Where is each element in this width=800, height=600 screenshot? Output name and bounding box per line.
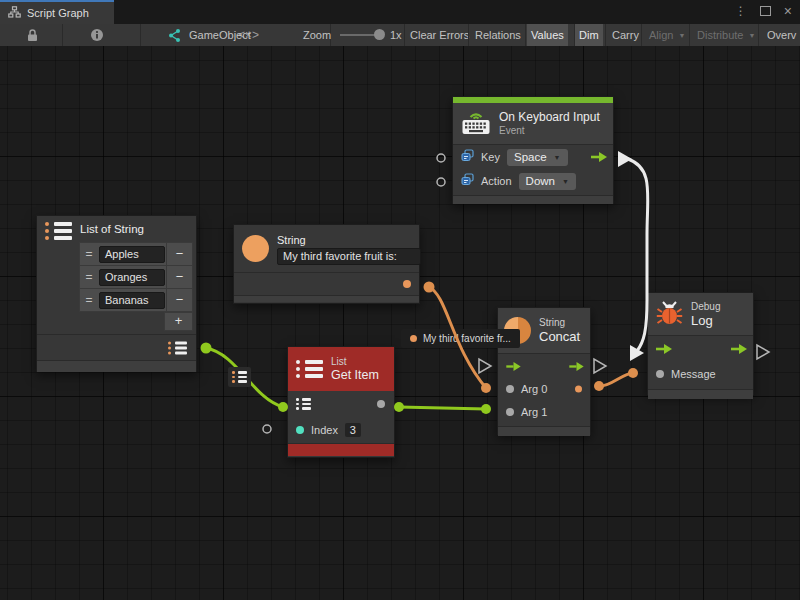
index-value-input[interactable]: 3 bbox=[345, 423, 361, 437]
index-label: Index bbox=[311, 424, 338, 436]
list-item-input[interactable]: Oranges bbox=[99, 269, 165, 286]
chevron-down-icon: ▼ bbox=[678, 32, 685, 39]
node-title: String bbox=[277, 233, 421, 247]
relations-button[interactable]: Relations bbox=[471, 24, 525, 46]
lock-icon[interactable] bbox=[26, 24, 39, 46]
window-menu-icon[interactable]: ⋮ bbox=[735, 4, 747, 18]
item-output-port[interactable] bbox=[377, 400, 385, 408]
node-category: Debug bbox=[691, 301, 720, 313]
node-string-literal[interactable]: String My third favorite fruit is: bbox=[233, 224, 420, 304]
list-item-row: = Bananas − bbox=[80, 289, 192, 311]
message-label: Message bbox=[671, 368, 716, 380]
list-output-row bbox=[37, 334, 196, 360]
zoom-label: Zoom bbox=[303, 24, 331, 46]
add-item-button[interactable]: + bbox=[164, 312, 193, 331]
key-port-label: Key bbox=[481, 151, 500, 163]
message-input-port[interactable] bbox=[656, 370, 664, 378]
node-title: List of String bbox=[80, 222, 144, 237]
list-item-input[interactable]: Apples bbox=[99, 246, 165, 263]
list-editor: = Apples − = Oranges − = Bananas − bbox=[79, 242, 193, 312]
list-icon bbox=[45, 222, 72, 240]
node-on-keyboard-input[interactable]: On Keyboard Input Event Key Space▼ Actio… bbox=[452, 96, 614, 204]
action-dropdown[interactable]: Down▼ bbox=[519, 173, 576, 190]
node-concat[interactable]: String Concat Arg 0 Arg 1 bbox=[497, 307, 591, 435]
align-button[interactable]: Align▼ bbox=[645, 24, 689, 46]
node-list-of-string[interactable]: List of String = Apples − = Oranges − = … bbox=[36, 215, 197, 372]
chevron-down-icon: ▼ bbox=[562, 174, 569, 189]
list-item-row: = Oranges − bbox=[80, 266, 192, 289]
node-title: Log bbox=[691, 313, 720, 328]
remove-item-button[interactable]: − bbox=[166, 289, 192, 311]
arg0-input-port[interactable] bbox=[506, 385, 514, 393]
tab-title: Script Graph bbox=[27, 7, 89, 19]
flow-input-port[interactable] bbox=[656, 340, 672, 358]
dim-button[interactable]: Dim bbox=[575, 24, 603, 46]
flow-output-port[interactable] bbox=[731, 340, 747, 358]
wire-type-badge bbox=[228, 367, 251, 387]
window-maximize-icon[interactable] bbox=[760, 6, 771, 16]
result-output-port[interactable] bbox=[575, 385, 582, 392]
flow-output-port[interactable] bbox=[569, 357, 584, 375]
tab-bar: Script Graph ⋮ × bbox=[0, 0, 800, 24]
list-item-row: = Apples − bbox=[80, 243, 192, 266]
node-get-item[interactable]: List Get Item Index 3 bbox=[287, 346, 395, 458]
carry-button[interactable]: Carry bbox=[608, 24, 643, 46]
keyboard-icon bbox=[461, 109, 491, 139]
drag-handle[interactable]: = bbox=[80, 247, 98, 261]
tab-script-graph[interactable]: Script Graph bbox=[0, 0, 114, 24]
node-subtitle: Event bbox=[499, 125, 600, 137]
values-button[interactable]: Values bbox=[527, 24, 568, 46]
list-icon bbox=[296, 360, 323, 378]
list-icon bbox=[232, 371, 247, 383]
distribute-button[interactable]: Distribute▼ bbox=[693, 24, 759, 46]
list-item-input[interactable]: Bananas bbox=[99, 292, 165, 309]
list-output-port[interactable] bbox=[168, 341, 187, 354]
info-icon[interactable] bbox=[90, 24, 104, 46]
string-icon bbox=[242, 235, 269, 262]
string-value-input[interactable]: My third favorite fruit is: bbox=[277, 248, 421, 265]
bug-icon bbox=[656, 300, 683, 329]
string-value-dot bbox=[410, 335, 417, 342]
overview-button[interactable]: Overv bbox=[763, 24, 800, 46]
node-category: String bbox=[539, 317, 580, 329]
zoom-value: 1x bbox=[390, 24, 402, 46]
wire-value-text: My third favorite fr... bbox=[423, 333, 511, 344]
wire-value-tooltip: My third favorite fr... bbox=[401, 329, 520, 348]
action-port-label: Action bbox=[481, 175, 512, 187]
node-title: On Keyboard Input bbox=[499, 110, 600, 125]
gameobject-label: GameObject bbox=[189, 24, 251, 46]
key-dropdown[interactable]: Space▼ bbox=[507, 149, 568, 166]
drag-handle[interactable]: = bbox=[80, 270, 98, 284]
chevron-down-icon: ▼ bbox=[554, 150, 561, 165]
chevron-down-icon: ▼ bbox=[748, 32, 755, 39]
list-input-port[interactable] bbox=[296, 398, 311, 410]
key-icon bbox=[461, 148, 474, 166]
string-output-port[interactable] bbox=[403, 280, 411, 288]
arg0-label: Arg 0 bbox=[521, 383, 547, 395]
drag-handle[interactable]: = bbox=[80, 293, 98, 307]
arg1-label: Arg 1 bbox=[521, 406, 547, 418]
zoom-slider-handle[interactable] bbox=[374, 29, 385, 40]
graph-toolbar: <×> GameObject Zoom 1x Clear Errors Rela… bbox=[0, 24, 800, 47]
node-debug-log[interactable]: Debug Log Message bbox=[647, 292, 754, 395]
node-category: List bbox=[331, 356, 379, 368]
window-close-icon[interactable]: × bbox=[784, 6, 792, 16]
key-icon bbox=[461, 172, 474, 190]
remove-item-button[interactable]: − bbox=[166, 266, 192, 288]
node-title: Concat bbox=[539, 329, 580, 344]
graph-tab-icon bbox=[8, 4, 21, 22]
flow-input-port[interactable] bbox=[506, 357, 521, 375]
index-input-port[interactable] bbox=[296, 426, 304, 434]
remove-item-button[interactable]: − bbox=[166, 243, 192, 265]
gameobject-icon bbox=[166, 24, 181, 46]
clear-errors-button[interactable]: Clear Errors bbox=[406, 24, 473, 46]
flow-output-port[interactable] bbox=[591, 148, 607, 166]
node-title: Get Item bbox=[331, 368, 379, 383]
arg1-input-port[interactable] bbox=[506, 408, 514, 416]
